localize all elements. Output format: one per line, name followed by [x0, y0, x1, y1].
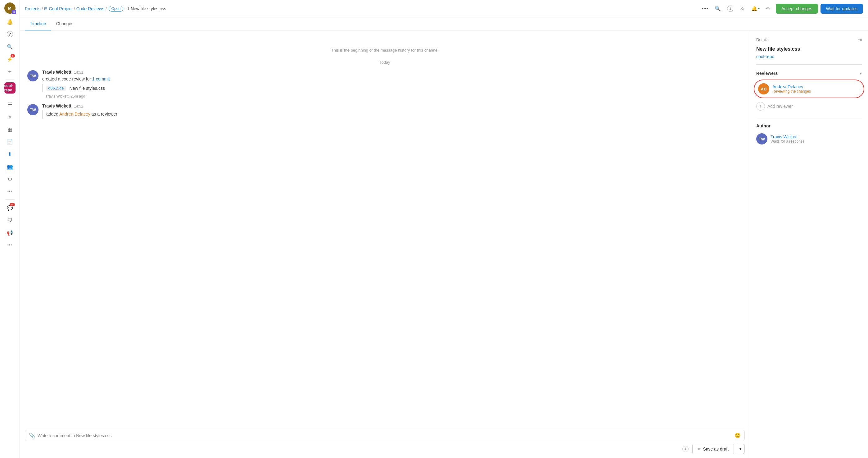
body-area: This is the beginning of the message his… — [20, 30, 868, 458]
notification-chevron-icon: ▾ — [758, 7, 760, 10]
header-actions: ••• 🔍 ℹ ☆ 🔔 ▾ ✏ Accept changes Wait for … — [700, 4, 863, 14]
msg1-commit-link[interactable]: 1 commit — [92, 77, 110, 81]
author-status: Waits for a response — [771, 139, 805, 144]
search-button[interactable]: 🔍 — [713, 4, 723, 14]
notification-bell-icon: 🔔 — [751, 6, 757, 11]
sidebar-item-chat[interactable]: 💬 14 — [4, 202, 16, 213]
plus-icon: + — [8, 68, 12, 75]
details-header: Details ⇥ — [756, 37, 862, 42]
author-info: Travis Wickett Waits for a response — [771, 134, 805, 144]
author-header: Author — [756, 123, 862, 128]
breadcrumb-project[interactable]: Cool Project — [49, 6, 72, 11]
gear-icon: ⚙ — [8, 176, 12, 182]
save-draft-dropdown-button[interactable]: ▾ — [736, 444, 745, 454]
save-draft-pencil-icon: ✏ — [698, 447, 701, 452]
sidebar-item-announce[interactable]: 📢 — [4, 227, 16, 238]
msg2-author: Travis Wickett — [42, 104, 71, 109]
info-button[interactable]: ℹ — [725, 4, 735, 14]
review-title: New file styles.css — [131, 6, 166, 11]
accept-changes-button[interactable]: Accept changes — [776, 4, 818, 14]
project-label: cool-repo — [4, 84, 16, 92]
main-content: Projects / ⊞ Cool Project / Code Reviews… — [20, 0, 868, 458]
info-icon: ℹ — [727, 6, 733, 12]
reviewer-status: Reviewing the changes — [772, 89, 811, 93]
bell-icon: 🔔 — [7, 19, 13, 25]
details-repo-link[interactable]: cool-repo — [756, 54, 774, 59]
sidebar-item-lightning[interactable]: ⚡ 1 — [4, 53, 16, 65]
sidebar-item-list[interactable]: ☰ — [4, 99, 16, 110]
author-name[interactable]: Travis Wickett — [771, 134, 805, 139]
comment-info-icon: ℹ — [682, 446, 688, 452]
breadcrumb-code-reviews[interactable]: Code Reviews — [76, 6, 104, 11]
star-button[interactable]: ☆ — [738, 4, 748, 14]
add-reviewer-button[interactable]: + Add reviewer — [756, 101, 793, 112]
lightning-badge: 1 — [10, 54, 15, 57]
chat-badge: 14 — [10, 203, 15, 206]
msg1-text: created a code review for 1 commit — [42, 76, 742, 82]
history-start-text: This is the beginning of the message his… — [27, 48, 742, 53]
sidebar-divider-2 — [6, 96, 14, 96]
edit-icon: ✏ — [766, 6, 770, 11]
doc-icon: 📄 — [7, 139, 13, 145]
breadcrumb: Projects / ⊞ Cool Project / Code Reviews… — [25, 6, 700, 11]
sidebar-item-help[interactable]: ? — [4, 29, 16, 40]
more-dots-icon: ••• — [7, 189, 12, 194]
details-collapse-button[interactable]: ⇥ — [858, 37, 862, 42]
reviewers-header: Reviewers ▾ — [756, 71, 862, 76]
divider-2 — [756, 117, 862, 117]
edit-button[interactable]: ✏ — [764, 4, 773, 14]
chevron-down-reviewers-icon: ▾ — [860, 71, 862, 76]
reviewer-name[interactable]: Andrea Delacey — [772, 84, 811, 89]
comment-info-button[interactable]: ℹ — [681, 445, 690, 453]
sidebar-item-board[interactable]: ▦ — [4, 124, 16, 135]
notification-button[interactable]: 🔔 ▾ — [750, 4, 761, 13]
sidebar-item-gear[interactable]: ⚙ — [4, 173, 16, 184]
breadcrumb-sep1: / — [42, 6, 43, 11]
sidebar-item-project[interactable]: cool-repo — [4, 82, 16, 93]
msg1-header: Travis Wickett 14:51 — [42, 69, 742, 75]
divider-1 — [756, 64, 862, 65]
sidebar-item-notifications[interactable]: 🔔 — [4, 16, 16, 27]
added-reviewer-line: added Andrea Delacey as a reviewer — [42, 110, 742, 119]
people-icon: 👥 — [7, 164, 13, 170]
sidebar-divider-3 — [6, 199, 14, 200]
msg2-text-before: added — [46, 112, 59, 116]
more-dots-2-icon: ••• — [7, 243, 12, 247]
sidebar-item-more1[interactable]: ••• — [4, 186, 16, 197]
chat-messages: This is the beginning of the message his… — [20, 30, 750, 426]
sidebar-item-comments[interactable]: 🗨 — [4, 215, 16, 226]
comment-input[interactable] — [37, 433, 732, 438]
reviewers-toggle-button[interactable]: ▾ — [860, 71, 862, 76]
sidebar-item-doc[interactable]: 📄 — [4, 136, 16, 147]
msg2-header: Travis Wickett 14:52 — [42, 104, 742, 109]
sidebar-item-asterisk[interactable]: ✳ — [4, 111, 16, 122]
breadcrumb-projects[interactable]: Projects — [25, 6, 41, 11]
msg2-avatar-initials: TW — [30, 108, 36, 112]
emoji-icon[interactable]: 🙂 — [735, 432, 741, 438]
save-draft-button[interactable]: ✏ Save as draft — [692, 444, 734, 454]
sidebar-item-more2[interactable]: ••• — [4, 239, 16, 251]
comment-box: 📎 🙂 — [25, 430, 745, 441]
download-icon: ⬇ — [8, 151, 12, 157]
tab-changes[interactable]: Changes — [51, 18, 78, 30]
msg1-author: Travis Wickett — [42, 69, 71, 75]
sidebar-item-add[interactable]: + — [4, 66, 16, 77]
reviewers-section: Reviewers ▾ AD Andrea Delacey Reviewing … — [756, 71, 862, 112]
author-item: TW Travis Wickett Waits for a response — [756, 132, 862, 146]
tab-timeline[interactable]: Timeline — [25, 18, 51, 30]
list-icon: ☰ — [8, 102, 12, 108]
asterisk-icon: ✳ — [8, 114, 12, 120]
more-icon: ••• — [702, 6, 709, 11]
wait-for-updates-button[interactable]: Wait for updates — [820, 4, 863, 14]
msg1-avatar-initials: TW — [30, 74, 36, 78]
attach-icon[interactable]: 📎 — [29, 432, 35, 438]
chat-area: This is the beginning of the message his… — [20, 30, 750, 458]
author-section: Author TW Travis Wickett Waits for a res… — [756, 123, 862, 146]
sidebar-item-people[interactable]: 👥 — [4, 161, 16, 172]
save-draft-label: Save as draft — [703, 447, 729, 452]
sidebar-item-download[interactable]: ⬇ — [4, 148, 16, 160]
more-options-button[interactable]: ••• — [700, 4, 710, 14]
user-avatar[interactable]: M M — [4, 2, 16, 14]
status-badge: Open — [108, 6, 123, 11]
sidebar-item-search[interactable]: 🔍 — [4, 41, 16, 52]
